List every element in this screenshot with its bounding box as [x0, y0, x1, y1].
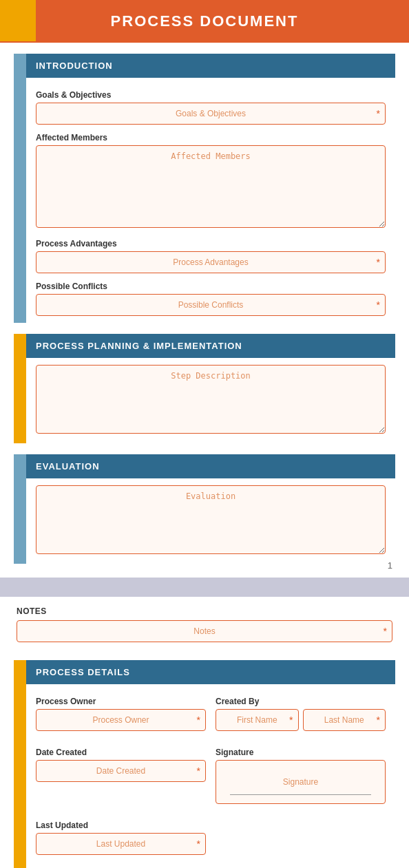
- process-owner-label: Process Owner: [36, 697, 206, 706]
- header-bar: PROCESS DOCUMENT: [0, 0, 409, 43]
- first-name-input[interactable]: [216, 709, 299, 731]
- introduction-header: INTRODUCTION: [26, 54, 395, 78]
- created-by-label: Created By: [216, 697, 386, 706]
- possible-conflicts-input[interactable]: [36, 294, 386, 316]
- last-name-input[interactable]: [303, 709, 386, 731]
- evaluation-input[interactable]: [36, 485, 386, 554]
- planning-sidebar: [14, 334, 26, 443]
- signature-line: [230, 794, 371, 795]
- notes-input[interactable]: [17, 620, 392, 642]
- process-advantages-label: Process Advantages: [36, 239, 386, 248]
- affected-members-input[interactable]: [36, 145, 386, 228]
- affected-members-label: Affected Members: [36, 133, 386, 142]
- process-owner-wrapper: [36, 709, 206, 731]
- evaluation-sidebar: [14, 454, 26, 564]
- notes-wrapper: [17, 620, 392, 642]
- goals-objectives-input[interactable]: [36, 103, 386, 125]
- process-advantages-wrapper: [36, 251, 386, 273]
- name-row: [216, 709, 386, 731]
- signature-label: Signature: [216, 748, 386, 757]
- evaluation-header: EVALUATION: [26, 454, 395, 478]
- introduction-section: INTRODUCTION Goals & Objectives Affected…: [14, 54, 395, 323]
- process-details-wrapper: PROCESS DETAILS Process Owner Cre: [14, 660, 395, 868]
- goals-objectives-wrapper: [36, 103, 386, 125]
- notes-section: NOTES: [0, 597, 409, 649]
- process-owner-input[interactable]: [36, 709, 206, 731]
- process-details-header: PROCESS DETAILS: [26, 660, 395, 684]
- last-updated-input[interactable]: [36, 833, 206, 855]
- notes-label: NOTES: [17, 606, 392, 616]
- document-title: PROCESS DOCUMENT: [0, 12, 409, 30]
- last-updated-wrapper: [36, 833, 206, 855]
- possible-conflicts-label: Possible Conflicts: [36, 282, 386, 291]
- planning-header: PROCESS PLANNING & IMPLEMENTATION: [26, 334, 395, 358]
- process-details-section: PROCESS DETAILS Process Owner Cre: [14, 660, 395, 868]
- process-advantages-input[interactable]: [36, 251, 386, 273]
- last-name-wrapper: [303, 709, 386, 731]
- date-created-wrapper: [36, 760, 206, 782]
- introduction-sidebar: [14, 54, 26, 323]
- process-details-sidebar: [14, 660, 26, 868]
- planning-section: PROCESS PLANNING & IMPLEMENTATION: [14, 334, 395, 443]
- possible-conflicts-wrapper: [36, 294, 386, 316]
- first-name-wrapper: [216, 709, 299, 731]
- step-description-input[interactable]: [36, 365, 386, 434]
- signature-placeholder: Signature: [283, 777, 318, 787]
- page-number: 1: [388, 560, 392, 571]
- last-updated-label: Last Updated: [36, 821, 206, 830]
- page-divider: [0, 578, 409, 597]
- date-created-input[interactable]: [36, 760, 206, 782]
- goals-objectives-label: Goals & Objectives: [36, 90, 386, 100]
- signature-box[interactable]: Signature: [216, 760, 386, 804]
- date-created-label: Date Created: [36, 748, 206, 757]
- evaluation-section: EVALUATION: [14, 454, 395, 564]
